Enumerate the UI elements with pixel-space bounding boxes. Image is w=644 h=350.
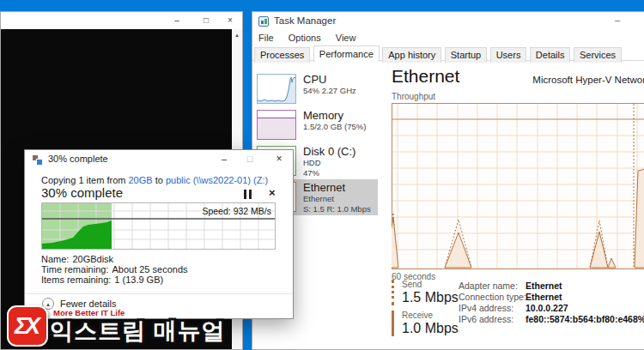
sidebar-ethernet-title: Ethernet — [303, 181, 371, 194]
adapter-name: Microsoft Hyper-V Networ — [532, 75, 644, 85]
dialog-titlebar: 30% complete – □ × — [25, 150, 293, 169]
send-label: Send — [402, 280, 459, 289]
sidebar-cpu-title: CPU — [303, 73, 356, 86]
minimize-icon[interactable]: – — [214, 150, 234, 169]
minimize-icon[interactable]: – — [605, 12, 630, 29]
receive-stat: Receive 1.0 Mbps — [392, 311, 459, 336]
sidebar-memory-stats: 1.5/2.0 GB (75%) — [303, 122, 366, 132]
file-name-row: Name:20GBdisk — [41, 254, 113, 264]
desktop: – □ × ▴ Task Manager – File Options View… — [0, 0, 644, 350]
menu-file[interactable]: File — [252, 32, 280, 44]
sidebar-ethernet-name: Ethernet — [303, 194, 371, 204]
copy-text: Copying 1 item from — [41, 175, 128, 185]
copy-description: Copying 1 item from 20GB to public (\\ws… — [41, 175, 268, 185]
sidebar-disk-usage: 47% — [303, 168, 355, 178]
copy-icon — [33, 155, 43, 166]
minimize-icon[interactable]: – — [166, 12, 188, 29]
task-manager-titlebar: Task Manager – — [252, 12, 644, 31]
pause-icon[interactable] — [241, 190, 255, 200]
cancel-icon[interactable]: × — [269, 186, 276, 199]
maximize-icon[interactable]: □ — [195, 12, 217, 29]
sidebar-disk-title: Disk 0 (C:) — [303, 145, 355, 158]
close-icon[interactable]: × — [219, 12, 241, 29]
destination-link[interactable]: public (\\ws2022-01) (Z:) — [166, 175, 268, 185]
sidebar-item-cpu[interactable]: CPU 54% 2.27 GHz — [252, 71, 378, 107]
send-stat: Send 1.5 Mbps — [392, 280, 459, 305]
divider — [25, 293, 293, 294]
tab-performance[interactable]: Performance — [313, 45, 380, 63]
scroll-up-icon[interactable]: ▴ — [232, 29, 242, 41]
detail-ipv4: IPv4 address:10.0.0.227 — [459, 303, 644, 314]
items-remaining-row: Items remaining:1 (13.9 GB) — [41, 275, 163, 285]
detail-adapter-name: Adapter name:Ethernet — [459, 281, 644, 292]
page-title: Ethernet — [392, 66, 459, 87]
time-remaining-row: Time remaining:About 25 seconds — [41, 264, 188, 275]
receive-value: 1.0 Mbps — [402, 321, 459, 336]
background-window-titlebar: – □ × — [1, 12, 242, 29]
tab-users[interactable]: Users — [490, 47, 527, 63]
sidebar-memory-title: Memory — [303, 109, 366, 122]
task-manager-icon — [258, 16, 269, 27]
detail-connection-type: Connection type:Ethernet — [459, 292, 644, 303]
tab-startup[interactable]: Startup — [445, 47, 487, 63]
menu-options[interactable]: Options — [283, 32, 327, 44]
ex-logo-icon: ΣX — [7, 305, 48, 347]
sidebar-disk-type: HDD — [303, 158, 355, 168]
tab-services[interactable]: Services — [574, 47, 622, 63]
dialog-title: 30% complete — [48, 154, 108, 164]
sidebar-item-memory[interactable]: Memory 1.5/2.0 GB (75%) — [252, 107, 378, 143]
sidebar-cpu-stats: 54% 2.27 GHz — [303, 86, 356, 96]
copy-speed-graph: Speed: 932 MB/s — [41, 202, 276, 250]
detail-ipv6: IPv6 address:fe80::5874:b564:bf80:e468%4 — [459, 314, 644, 325]
throughput-label: Throughput — [392, 92, 435, 101]
menu-view[interactable]: View — [330, 32, 362, 44]
copy-progress-dialog: 30% complete – □ × Copying 1 item from 2… — [24, 149, 294, 319]
source-link[interactable]: 20GB — [128, 175, 152, 185]
progress-heading: 30% complete — [41, 185, 123, 200]
tab-details[interactable]: Details — [530, 47, 571, 63]
tab-processes[interactable]: Processes — [254, 47, 310, 63]
menu-bar: File Options View — [252, 32, 361, 45]
memory-mini-graph-icon — [257, 110, 296, 140]
ethernet-throughput-graph — [392, 103, 644, 269]
copy-text: to — [153, 175, 166, 185]
speed-readout: Speed: 932 MB/s — [202, 206, 271, 216]
maximize-icon[interactable]: □ — [240, 150, 260, 169]
tab-app-history[interactable]: App history — [382, 47, 441, 63]
window-title: Task Manager — [274, 15, 336, 26]
logo-title: 익스트림 매뉴얼 — [50, 316, 226, 347]
send-value: 1.5 Mbps — [402, 290, 459, 305]
cpu-mini-graph-icon — [257, 74, 296, 104]
sidebar-ethernet-stats: S: 1.5 R: 1.0 Mbps — [303, 204, 371, 214]
close-icon[interactable]: × — [265, 150, 293, 169]
site-logo: ΣX More Better IT Life 익스트림 매뉴얼 — [0, 300, 223, 350]
task-manager-window: Task Manager – File Options View Process… — [252, 11, 644, 350]
tab-bar: Processes Performance App history Startu… — [252, 45, 644, 61]
receive-label: Receive — [402, 311, 459, 320]
adapter-details: Adapter name:Ethernet Connection type:Et… — [459, 281, 644, 325]
